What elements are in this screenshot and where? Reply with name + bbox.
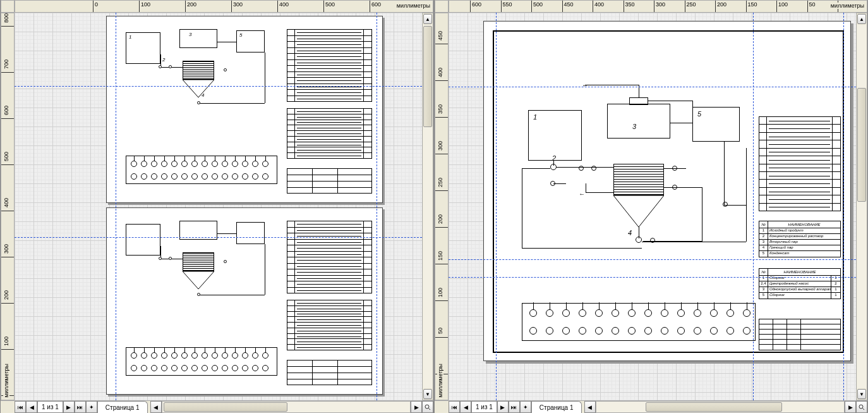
evaporator-top[interactable] (607, 104, 670, 139)
scroll-left-button[interactable]: ◀ (584, 401, 596, 413)
vertical-guide[interactable] (843, 13, 844, 400)
scroll-down-button[interactable]: ▼ (423, 389, 432, 399)
horizontal-guide[interactable] (449, 277, 856, 278)
streams-table: № НАИМЕНОВАНИЕ 1Исходный продукт2Концент… (759, 221, 841, 257)
spec-table (287, 29, 372, 102)
title-block (287, 168, 372, 194)
ruler-unit-label-v: миллиметры (3, 364, 9, 397)
horizontal-guide[interactable] (449, 87, 856, 87)
horizontal-ruler[interactable]: 0100200300400500600 миллиметры (15, 0, 433, 13)
page-tab[interactable]: Страница 1 (531, 401, 582, 413)
vertical-scrollbar[interactable]: ▲ ▼ (422, 13, 433, 400)
spec-table-large (759, 116, 841, 211)
svg-line-6 (863, 408, 865, 410)
zoom-button[interactable] (856, 401, 867, 413)
instrument-strip (522, 303, 756, 341)
scroll-thumb[interactable] (423, 26, 432, 127)
horizontal-guide[interactable] (15, 86, 422, 87)
magnifier-icon (425, 404, 431, 410)
next-page-button[interactable]: ▶ (63, 401, 75, 413)
svg-marker-1 (183, 271, 214, 289)
evaporator-3[interactable] (179, 29, 217, 48)
hscroll-thumb[interactable] (646, 402, 782, 412)
zoom-button[interactable] (422, 401, 433, 413)
page-tab[interactable]: Страница 1 (97, 401, 148, 413)
vertical-guide[interactable] (753, 13, 754, 400)
vertical-guide[interactable] (116, 13, 116, 400)
vertical-guide[interactable] (496, 13, 497, 400)
spec-table-2 (287, 108, 372, 159)
heat-exchanger[interactable] (183, 61, 214, 80)
ruler-corner (1, 0, 15, 13)
scroll-down-button[interactable]: ▼ (857, 389, 866, 399)
prev-page-button[interactable]: ◀ (26, 401, 37, 413)
vertical-guide[interactable] (377, 13, 377, 400)
new-page-button[interactable]: ✦ (520, 401, 531, 413)
magnifier-icon (859, 404, 865, 410)
drawing-canvas[interactable]: 1 3 5 2 4 (15, 13, 422, 400)
horizontal-scrollbar[interactable]: ◀ ▶ (584, 401, 856, 413)
scroll-up-button[interactable]: ▲ (423, 14, 432, 24)
first-page-button[interactable]: ⏮ (15, 401, 26, 413)
instrument-strip (126, 156, 277, 184)
ruler-unit-label: миллиметры (394, 3, 430, 9)
scroll-right-button[interactable]: ▶ (845, 401, 856, 413)
calandria[interactable] (613, 164, 664, 195)
vertical-ruler[interactable]: 050100150200250300350400450 миллиметры (435, 13, 449, 400)
horizontal-guide[interactable] (449, 259, 856, 260)
scroll-left-button[interactable]: ◀ (150, 401, 162, 413)
last-page-button[interactable]: ⏭ (75, 401, 86, 413)
right-pane: 050100150200250300350400450500550600 мил… (434, 0, 868, 413)
ruler-unit-label-v: миллиметры (437, 364, 443, 397)
ruler-corner (435, 0, 449, 13)
scroll-right-button[interactable]: ▶ (411, 401, 422, 413)
horizontal-guide[interactable] (15, 237, 422, 238)
horizontal-ruler[interactable]: 050100150200250300350400450500550600 мил… (449, 0, 867, 13)
page-counter: 1 из 1 (471, 401, 497, 413)
equipment-table: № НАИМЕНОВАНИЕ 1Сборник12,4Центробежный … (759, 268, 841, 299)
vertical-scrollbar[interactable]: ▲ ▼ (856, 13, 867, 400)
drawing-canvas[interactable]: 1 3 5 2 (449, 13, 856, 400)
last-page-button[interactable]: ⏭ (509, 401, 520, 413)
drawing-page[interactable]: 1 3 5 2 (483, 21, 851, 361)
new-page-button[interactable]: ✦ (86, 401, 97, 413)
drawing-page-bottom[interactable] (106, 207, 383, 395)
vertical-ruler[interactable]: 0100200300400500600700800 миллиметры (1, 13, 15, 400)
prev-page-button[interactable]: ◀ (460, 401, 471, 413)
title-block (759, 319, 841, 350)
left-pane: 0100200300400500600 миллиметры 010020030… (0, 0, 434, 413)
svg-marker-4 (613, 195, 664, 227)
scroll-up-button[interactable]: ▲ (857, 14, 866, 24)
svg-marker-0 (183, 80, 214, 97)
svg-point-2 (425, 405, 429, 409)
page-counter: 1 из 1 (37, 401, 63, 413)
next-page-button[interactable]: ▶ (497, 401, 509, 413)
svg-line-3 (429, 408, 431, 410)
scroll-thumb[interactable] (857, 88, 866, 202)
hscroll-thumb[interactable] (164, 402, 287, 412)
ruler-unit-label: миллиметры (828, 3, 864, 9)
horizontal-scrollbar[interactable]: ◀ ▶ (150, 401, 422, 413)
drawing-page-top[interactable]: 1 3 5 2 4 (106, 16, 383, 203)
svg-point-5 (859, 405, 863, 409)
first-page-button[interactable]: ⏮ (449, 401, 460, 413)
